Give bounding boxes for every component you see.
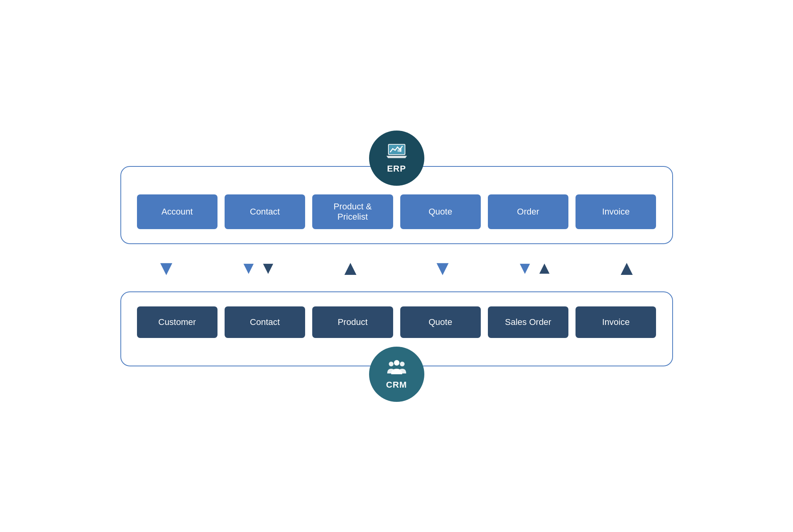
arrow-down-1: ▼: [156, 258, 176, 278]
crm-badge: CRM: [369, 347, 424, 402]
arrow-cell-5: ▼ ▲: [489, 259, 581, 276]
crm-item-sales-order: Sales Order: [488, 306, 568, 338]
svg-point-5: [400, 362, 405, 366]
arrow-down-2b: ▼: [260, 259, 277, 276]
diagram-container: ERP Account Contact Product &Pricelist Q…: [120, 131, 673, 402]
arrows-row: ▼ ▼ ▼ ▲ ▼ ▼ ▲ ▲: [120, 258, 673, 278]
arrow-cell-3: ▲: [304, 258, 396, 278]
arrow-up-5b: ▲: [536, 259, 553, 276]
erp-icon: [386, 142, 408, 162]
arrow-cell-6: ▲: [581, 258, 673, 278]
svg-point-6: [394, 360, 399, 366]
erp-item-contact: Contact: [225, 194, 305, 229]
erp-badge-label: ERP: [387, 164, 406, 174]
svg-point-4: [389, 362, 394, 366]
crm-item-customer: Customer: [137, 306, 217, 338]
crm-item-contact: Contact: [225, 306, 305, 338]
arrows-section: ▼ ▼ ▼ ▲ ▼ ▼ ▲ ▲: [120, 244, 673, 291]
erp-badge: ERP: [369, 131, 424, 186]
svg-rect-3: [400, 148, 401, 152]
erp-item-quote: Quote: [400, 194, 481, 229]
arrow-up-6: ▲: [617, 258, 637, 278]
crm-icon: [386, 358, 408, 378]
erp-item-account: Account: [137, 194, 217, 229]
crm-badge-label: CRM: [386, 380, 407, 390]
arrow-cell-2: ▼ ▼: [212, 259, 304, 276]
erp-item-product-pricelist: Product &Pricelist: [312, 194, 393, 229]
arrow-down-2a: ▼: [240, 259, 257, 276]
arrow-cell-1: ▼: [120, 258, 212, 278]
arrow-cell-4: ▼: [397, 258, 489, 278]
crm-items: Customer Contact Product Quote Sales Ord…: [137, 306, 656, 338]
crm-item-product: Product: [312, 306, 393, 338]
crm-item-invoice: Invoice: [576, 306, 656, 338]
erp-items: Account Contact Product &Pricelist Quote…: [137, 194, 656, 229]
erp-item-invoice: Invoice: [576, 194, 656, 229]
erp-item-order: Order: [488, 194, 568, 229]
crm-item-quote: Quote: [400, 306, 481, 338]
arrow-up-3: ▲: [340, 258, 360, 278]
arrow-down-5a: ▼: [516, 259, 534, 276]
arrow-down-4: ▼: [432, 258, 452, 278]
